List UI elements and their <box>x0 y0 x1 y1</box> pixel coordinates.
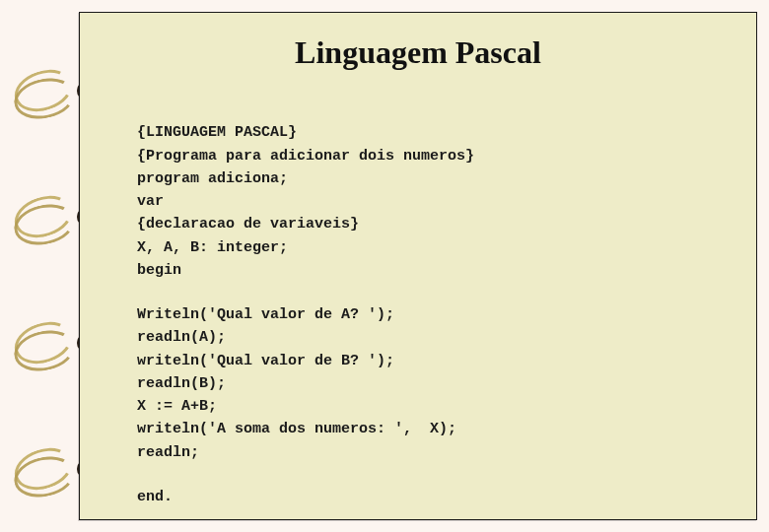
code-line: readln; <box>137 444 199 461</box>
code-line: {LINGUAGEM PASCAL} <box>137 124 297 141</box>
code-line: var <box>137 193 164 210</box>
code-block-1: {LINGUAGEM PASCAL} {Programa para adicio… <box>137 121 756 282</box>
code-block-2: Writeln('Qual valor de A? '); readln(A);… <box>137 303 756 464</box>
code-listing: {LINGUAGEM PASCAL} {Programa para adicio… <box>137 99 756 508</box>
code-line: writeln('A soma dos numeros: ', X); <box>137 421 456 437</box>
page-title: Linguagem Pascal <box>80 34 756 71</box>
code-line: readln(B); <box>137 375 226 392</box>
code-line: readln(A); <box>137 329 226 346</box>
code-line: end. <box>137 489 173 505</box>
code-line: X := A+B; <box>137 398 217 415</box>
code-line: begin <box>137 262 181 279</box>
code-line: writeln('Qual valor de B? '); <box>137 353 394 369</box>
code-line: Writeln('Qual valor de A? '); <box>137 306 394 323</box>
notebook-page: Linguagem Pascal {LINGUAGEM PASCAL} {Pro… <box>79 12 757 520</box>
code-block-3: end. <box>137 486 756 508</box>
code-line: {Programa para adicionar dois numeros} <box>137 148 474 165</box>
code-line: X, A, B: integer; <box>137 239 288 256</box>
code-line: program adiciona; <box>137 170 288 187</box>
code-line: {declaracao de variaveis} <box>137 216 359 233</box>
